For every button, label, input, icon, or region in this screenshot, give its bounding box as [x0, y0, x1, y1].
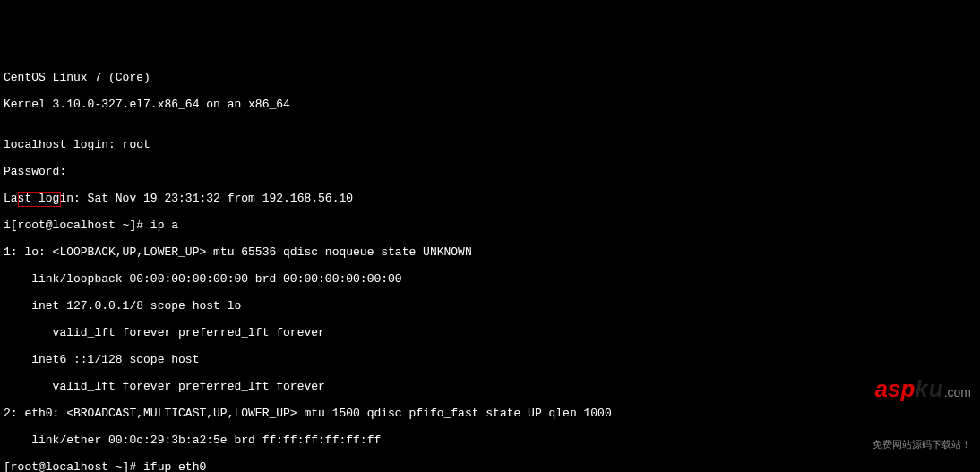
last-login: Last login: Sat Nov 19 23:31:32 from 192… — [4, 192, 976, 205]
iface-eth0-1: 2: eth0: <BROADCAST,MULTICAST,UP,LOWER_U… — [4, 407, 976, 420]
kernel-banner: Kernel 3.10.0-327.el7.x86_64 on an x86_6… — [4, 98, 976, 111]
lo-inet6-1: inet6 ::1/128 scope host — [4, 353, 976, 366]
watermark-brand-red: asp — [875, 375, 916, 402]
lo-valid6-1: valid_lft forever preferred_lft forever — [4, 380, 976, 393]
eth0-link-1: link/ether 00:0c:29:3b:a2:5e brd ff:ff:f… — [4, 433, 976, 447]
login-prompt: localhost login: root — [4, 138, 976, 151]
cmd-ip-a-1: i[root@localhost ~]# ip a — [4, 219, 976, 232]
lo-link-1: link/loopback 00:00:00:00:00:00 brd 00:0… — [4, 272, 976, 286]
os-banner: CentOS Linux 7 (Core) — [4, 71, 976, 84]
lo-valid-1: valid_lft forever preferred_lft forever — [4, 326, 976, 339]
iface-lo-1: 1: lo: <LOOPBACK,UP,LOWER_UP> mtu 65536 … — [4, 245, 976, 259]
terminal-output[interactable]: CentOS Linux 7 (Core) Kernel 3.10.0-327.… — [4, 57, 976, 472]
cmd-ifup: [root@localhost ~]# ifup eth0 — [4, 460, 976, 472]
lo-inet-1: inet 127.0.0.1/8 scope host lo — [4, 299, 976, 313]
watermark-brand-black: ku — [915, 375, 943, 402]
watermark-brand: aspku.com — [849, 369, 971, 413]
watermark-brand-com: .com — [944, 385, 971, 399]
watermark: aspku.com 免费网站源码下载站！ — [849, 342, 971, 465]
password-prompt: Password: — [4, 165, 976, 178]
watermark-tagline: 免费网站源码下载站！ — [849, 438, 971, 451]
